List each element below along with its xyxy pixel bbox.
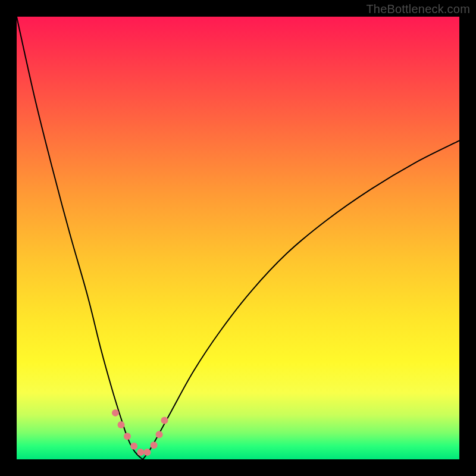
chart-plot-area <box>17 17 459 459</box>
curve-left-branch <box>17 17 143 459</box>
curve-marker <box>124 433 131 440</box>
bottleneck-curve <box>17 17 459 459</box>
curve-marker <box>130 443 137 450</box>
curve-marker <box>143 449 151 456</box>
curve-marker <box>118 421 125 428</box>
curve-marker <box>151 441 158 449</box>
curve-marker <box>112 409 119 416</box>
curve-marker <box>161 417 168 424</box>
curve-marker <box>156 431 163 438</box>
attribution-label: TheBottleneck.com <box>366 2 470 16</box>
curve-right-branch <box>143 140 459 459</box>
curve-marker <box>137 449 144 456</box>
